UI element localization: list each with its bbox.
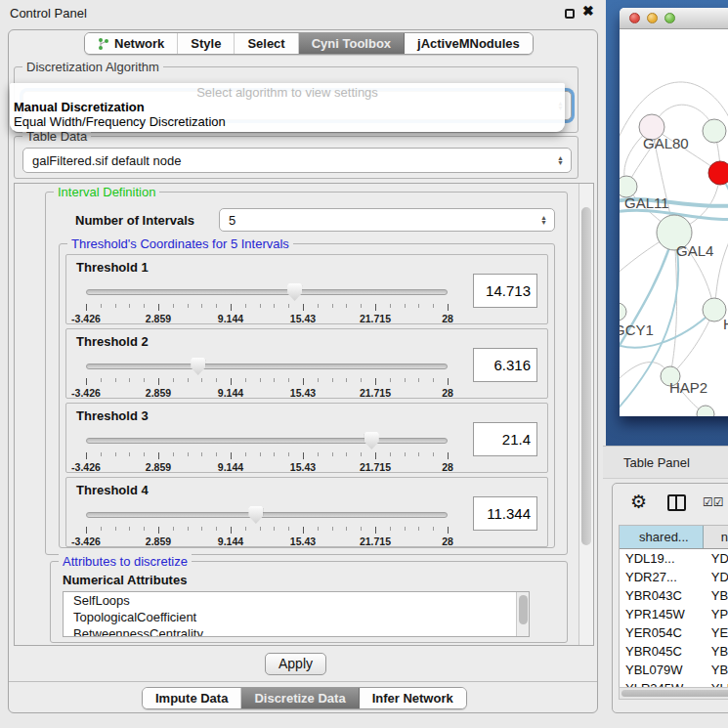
tick-mark bbox=[346, 378, 347, 382]
tick-mark bbox=[390, 452, 391, 456]
table-row[interactable]: YER054CYER0 bbox=[620, 623, 728, 642]
gear-icon[interactable]: ⚙ bbox=[630, 491, 647, 513]
number-of-intervals-select[interactable]: 5 ▲▼ bbox=[219, 208, 555, 232]
numerical-attributes-list[interactable]: SelfLoopsTopologicalCoefficientBetweenne… bbox=[63, 591, 530, 637]
tab-label: Select bbox=[247, 36, 284, 51]
top-tab-bar: NetworkStyleSelectCyni ToolboxjActiveMNo… bbox=[84, 32, 534, 55]
tick-mark bbox=[216, 527, 217, 531]
slider-track[interactable] bbox=[86, 438, 448, 444]
tick-mark bbox=[173, 378, 174, 382]
tick-label: 28 bbox=[442, 313, 453, 324]
tab-network[interactable]: Network bbox=[85, 33, 178, 54]
node-table[interactable]: shared... na YDL19...YDL1YDR27...YDR2YBR… bbox=[619, 525, 728, 699]
table-data-select[interactable]: galFiltered.sif default node ▲▼ bbox=[22, 148, 572, 173]
column-header-shared-name[interactable]: shared... bbox=[620, 526, 704, 548]
slider-thumb[interactable] bbox=[248, 506, 263, 524]
panel-separator bbox=[9, 681, 597, 682]
table-panel-titlebar: Table Panel bbox=[603, 446, 728, 479]
scrollbar-thumb[interactable] bbox=[519, 595, 528, 624]
tick-mark bbox=[405, 304, 406, 308]
tab-style[interactable]: Style bbox=[178, 33, 235, 54]
slider-thumb[interactable] bbox=[287, 283, 302, 301]
tick-mark bbox=[188, 452, 189, 456]
combo-arrows-icon: ▲▼ bbox=[557, 155, 564, 165]
network-node-c[interactable] bbox=[708, 161, 728, 185]
attribute-item-selfloops[interactable]: SelfLoops bbox=[64, 592, 529, 609]
table-cell: YER054C bbox=[620, 623, 704, 642]
network-node[interactable] bbox=[697, 406, 714, 416]
slider-track[interactable] bbox=[86, 364, 448, 369]
scrollbar-thumb[interactable] bbox=[621, 690, 728, 697]
column-header-name[interactable]: na bbox=[704, 526, 728, 548]
table-row[interactable]: YPR145WYPR1 bbox=[620, 605, 728, 623]
threshold-value-field[interactable]: 11.344 bbox=[473, 496, 537, 531]
split-columns-icon[interactable] bbox=[667, 494, 686, 511]
attributes-scrollbar[interactable] bbox=[516, 592, 529, 636]
table-row[interactable]: YBR043CYBR0 bbox=[620, 586, 728, 605]
slider-track[interactable] bbox=[86, 512, 448, 518]
close-icon[interactable]: ✖ bbox=[582, 3, 594, 19]
network-window-titlebar[interactable] bbox=[620, 8, 728, 29]
threshold-slider[interactable]: -3.4262.8599.14415.4321.71528 bbox=[86, 359, 448, 398]
tick-mark bbox=[158, 304, 159, 311]
attribute-item-topologicalcoefficient[interactable]: TopologicalCoefficient bbox=[64, 609, 529, 625]
tick-mark bbox=[418, 527, 419, 531]
tick-mark bbox=[346, 452, 347, 456]
network-node-gcy1[interactable] bbox=[620, 303, 626, 321]
scrollbar-thumb[interactable] bbox=[581, 207, 591, 545]
tick-mark bbox=[274, 527, 275, 531]
slider-thumb[interactable] bbox=[364, 432, 379, 450]
tab-cyni-toolbox[interactable]: Cyni Toolbox bbox=[299, 33, 405, 54]
tick-mark bbox=[448, 304, 449, 311]
tick-mark bbox=[375, 378, 376, 385]
tick-mark bbox=[390, 527, 391, 531]
tab-impute-data[interactable]: Impute Data bbox=[143, 688, 241, 708]
algorithm-option-manual[interactable]: Manual Discretization bbox=[10, 100, 565, 114]
tab-infer-network[interactable]: Infer Network bbox=[360, 688, 466, 708]
close-traffic-light-icon[interactable] bbox=[629, 13, 640, 23]
slider-track[interactable] bbox=[86, 289, 448, 295]
threshold-label: Threshold 1 bbox=[76, 260, 149, 275]
algorithm-option-equal-width[interactable]: Equal Width/Frequency Discretization bbox=[10, 114, 565, 129]
tick-mark bbox=[188, 378, 189, 382]
tab-discretize-data[interactable]: Discretize Data bbox=[241, 688, 359, 708]
tab-jactivemnodules[interactable]: jActiveMNodules bbox=[405, 33, 533, 54]
tab-select[interactable]: Select bbox=[235, 33, 298, 54]
threshold-slider[interactable]: -3.4262.8599.14415.4321.71528 bbox=[86, 433, 448, 472]
threshold-slider[interactable]: -3.4262.8599.14415.4321.71528 bbox=[86, 507, 448, 546]
network-node-ga[interactable] bbox=[703, 119, 726, 143]
checkbox-icons[interactable]: ☑☑ bbox=[703, 495, 724, 509]
table-row[interactable]: YBR045CYBR0 bbox=[620, 642, 728, 661]
interval-definition-title: Interval Definition bbox=[54, 185, 159, 199]
minimize-traffic-light-icon[interactable] bbox=[647, 13, 658, 23]
tab-label: Network bbox=[114, 36, 164, 51]
threshold-label: Threshold 4 bbox=[76, 483, 149, 497]
tick-mark bbox=[274, 378, 275, 382]
tick-mark bbox=[231, 378, 232, 385]
tick-label: 28 bbox=[442, 461, 453, 473]
threshold-value-field[interactable]: 14.713 bbox=[473, 274, 537, 308]
tick-mark bbox=[115, 452, 116, 456]
attribute-item-betweennesscentrality[interactable]: BetweennessCentrality bbox=[64, 625, 529, 637]
table-row[interactable]: YDL19...YDL1 bbox=[620, 549, 728, 568]
tick-mark bbox=[129, 452, 130, 456]
threshold-slider[interactable]: -3.4262.8599.14415.4321.71528 bbox=[86, 284, 448, 323]
slider-thumb[interactable] bbox=[191, 358, 205, 375]
settings-scrollbar[interactable] bbox=[578, 184, 593, 645]
float-window-icon[interactable] bbox=[565, 9, 575, 19]
zoom-traffic-light-icon[interactable] bbox=[664, 13, 675, 23]
table-row[interactable]: YDR27...YDR2 bbox=[620, 568, 728, 586]
table-cell: YBR045C bbox=[620, 642, 704, 661]
table-row[interactable]: YBL079WYBL0 bbox=[620, 661, 728, 679]
attributes-group: Attributes to discretize Numerical Attri… bbox=[50, 561, 568, 643]
apply-button[interactable]: Apply bbox=[265, 653, 326, 675]
table-horizontal-scrollbar[interactable] bbox=[619, 687, 728, 700]
threshold-value-field[interactable]: 21.4 bbox=[473, 422, 537, 456]
network-canvas[interactable]: GAL80GACGAL11GAL4GCY1HHAP2 bbox=[620, 29, 728, 416]
tick-label: -3.426 bbox=[71, 535, 101, 547]
network-edge[interactable] bbox=[714, 225, 728, 310]
tick-mark bbox=[201, 378, 202, 382]
threshold-value-field[interactable]: 6.316 bbox=[473, 348, 537, 382]
table-data-group: Table Data galFiltered.sif default node … bbox=[14, 136, 578, 179]
tick-mark bbox=[201, 452, 202, 456]
